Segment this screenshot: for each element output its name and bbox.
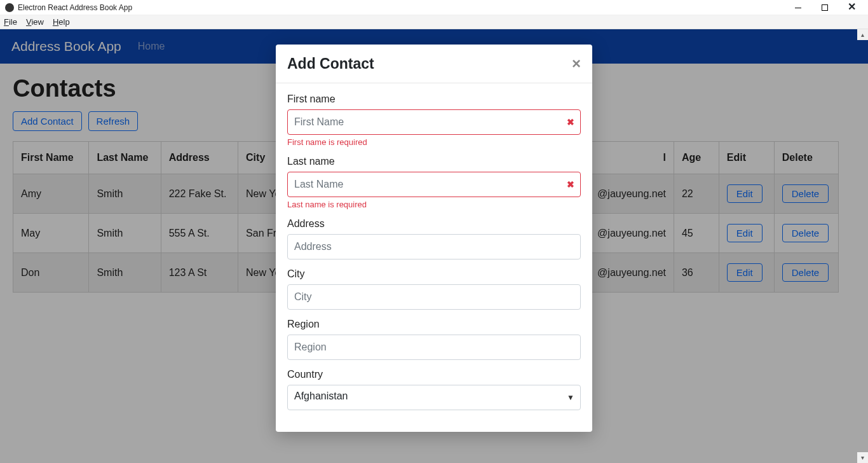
modal-close-button[interactable]: × xyxy=(572,55,581,73)
city-input[interactable] xyxy=(287,284,581,310)
last-name-group: Last name ✖ Last name is required xyxy=(287,156,581,209)
scrollbar-up-button[interactable]: ▴ xyxy=(857,29,868,40)
window-titlebar: Electron React Address Book App ✕ xyxy=(0,0,868,15)
last-name-label: Last name xyxy=(287,156,581,167)
first-name-error: First name is required xyxy=(287,137,581,147)
scrollbar-down-button[interactable]: ▾ xyxy=(857,452,868,463)
region-input[interactable] xyxy=(287,335,581,360)
address-label: Address xyxy=(287,218,581,230)
menu-file[interactable]: File xyxy=(4,17,17,27)
first-name-group: First name ✖ First name is required xyxy=(287,93,581,147)
add-contact-modal: Add Contact × First name ✖ First name is… xyxy=(276,45,592,432)
city-label: City xyxy=(287,268,581,280)
titlebar-controls: ✕ xyxy=(790,3,863,13)
country-group: Country Afghanistan ▼ xyxy=(287,369,581,410)
menu-help[interactable]: Help xyxy=(53,17,70,27)
country-label: Country xyxy=(287,369,581,380)
modal-title: Add Contact xyxy=(287,55,374,73)
app-icon xyxy=(5,3,14,12)
window-close-button[interactable]: ✕ xyxy=(844,3,859,13)
titlebar-left: Electron React Address Book App xyxy=(5,3,132,12)
region-group: Region xyxy=(287,319,581,360)
first-name-input[interactable] xyxy=(287,109,581,135)
modal-header: Add Contact × xyxy=(276,45,592,83)
country-select[interactable]: Afghanistan xyxy=(287,385,581,410)
first-name-input-wrap: ✖ xyxy=(287,109,581,135)
address-input[interactable] xyxy=(287,234,581,259)
invalid-icon: ✖ xyxy=(567,117,574,127)
country-select-wrap: Afghanistan ▼ xyxy=(287,385,581,410)
menubar: File View Help xyxy=(0,15,868,29)
modal-body: First name ✖ First name is required Last… xyxy=(276,83,592,432)
window-title: Electron React Address Book App xyxy=(18,3,132,12)
last-name-error: Last name is required xyxy=(287,200,581,209)
invalid-icon: ✖ xyxy=(567,179,574,190)
maximize-button[interactable] xyxy=(817,3,832,13)
menu-view[interactable]: View xyxy=(26,17,44,27)
city-group: City xyxy=(287,268,581,310)
region-label: Region xyxy=(287,319,581,330)
address-group: Address xyxy=(287,218,581,259)
minimize-button[interactable] xyxy=(790,3,806,13)
minimize-icon xyxy=(795,8,801,8)
first-name-label: First name xyxy=(287,93,581,105)
last-name-input-wrap: ✖ xyxy=(287,172,581,197)
last-name-input[interactable] xyxy=(287,172,581,197)
maximize-icon xyxy=(822,4,828,11)
